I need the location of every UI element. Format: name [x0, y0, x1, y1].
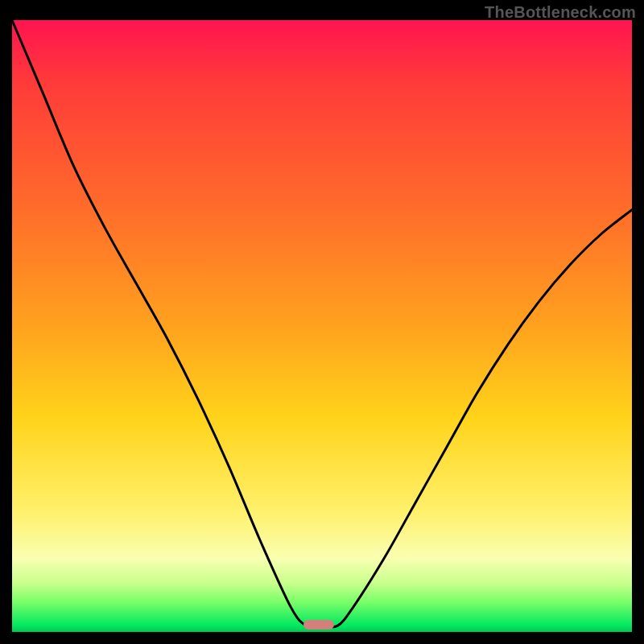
bottleneck-curve — [12, 20, 632, 632]
plot-area — [12, 20, 632, 632]
optimal-marker — [303, 620, 334, 630]
curve-path — [12, 20, 632, 627]
chart-stage: TheBottleneck.com — [0, 0, 644, 644]
watermark-text: TheBottleneck.com — [485, 3, 636, 22]
